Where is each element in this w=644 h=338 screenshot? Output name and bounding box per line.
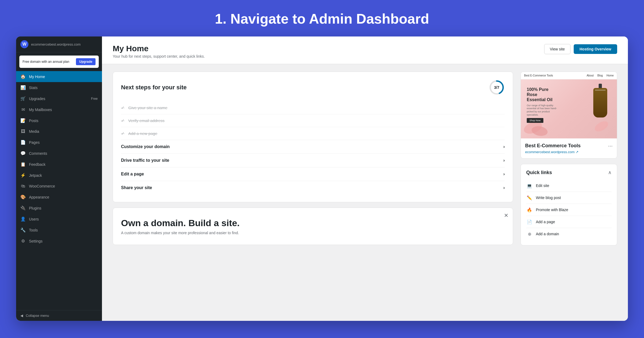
main-left: Next steps for your site 3/7 ✓ G xyxy=(113,72,513,313)
site-preview-card: Best E-Commerce Tools About Blog Home xyxy=(521,72,617,159)
sidebar-nav: 🏠 My Home 📊 Stats 🛒 Upgrades Free ✉ My M… xyxy=(16,71,102,310)
main-body: Next steps for your site 3/7 ✓ G xyxy=(102,64,628,321)
progress-text: 3/7 xyxy=(494,85,499,90)
collapse-label: Collapse menu xyxy=(26,314,49,318)
domain-card-subtitle: A custom domain makes your site more pro… xyxy=(121,231,505,235)
nav-icon-my-home: 🏠 xyxy=(20,74,26,79)
step-customize-domain[interactable]: Customize your domain › xyxy=(121,140,505,154)
nav-label-stats: Stats xyxy=(29,86,38,90)
sidebar-item-pages[interactable]: 📄 Pages xyxy=(16,137,102,148)
quick-link-write-blog[interactable]: ✏️ Write blog post xyxy=(526,192,612,204)
site-url: ecommercebest.wordpress.com xyxy=(31,42,80,46)
main-title: My Home xyxy=(113,44,205,53)
sidebar-item-plugins[interactable]: 🔌 Plugins xyxy=(16,203,102,214)
flame-icon: 🔥 xyxy=(526,207,533,213)
step-edit-page[interactable]: Edit a page › xyxy=(121,167,505,181)
sidebar-item-jetpack[interactable]: ⚡ Jetpack xyxy=(16,170,102,181)
sidebar-item-media[interactable]: 🖼 Media xyxy=(16,126,102,137)
nav-label-my-mailboxes: My Mailboxes xyxy=(29,108,52,112)
chevron-right-icon: › xyxy=(503,158,505,163)
quick-link-add-page-label: Add a page xyxy=(536,220,555,224)
sidebar-item-feedback[interactable]: 📋 Feedback xyxy=(16,159,102,170)
hosting-overview-button[interactable]: Hosting Overview xyxy=(574,44,617,54)
chevron-right-icon: › xyxy=(503,185,505,190)
sidebar-item-tools[interactable]: 🔧 Tools xyxy=(16,225,102,236)
upgrade-button[interactable]: Upgrade xyxy=(76,58,96,65)
quick-links-card: Quick links ∧ 💻 Edit site ✏️ Write blog … xyxy=(521,164,617,245)
steps-card: Next steps for your site 3/7 ✓ G xyxy=(113,72,513,202)
step-share-site[interactable]: Share your site › xyxy=(121,181,505,194)
page-title: 1. Navigate to Admin Dashboard xyxy=(215,11,429,27)
view-site-button[interactable]: View site xyxy=(544,44,570,54)
nav-label-tools: Tools xyxy=(29,228,38,232)
shop-btn[interactable]: Shop Now xyxy=(527,118,543,123)
upgrade-banner: Free domain with an annual plan Upgrade xyxy=(19,56,99,68)
three-dots-menu[interactable]: ··· xyxy=(608,143,613,149)
sidebar-item-stats[interactable]: 📊 Stats xyxy=(16,82,102,93)
sidebar-topbar: W ecommercebest.wordpress.com xyxy=(16,36,102,52)
quick-link-add-domain-label: Add a domain xyxy=(536,232,559,236)
site-card-url[interactable]: ecommercebest.wordpress.com ↗ xyxy=(525,150,613,154)
nav-icon-feedback: 📋 xyxy=(20,162,26,167)
nav-label-jetpack: Jetpack xyxy=(29,173,42,178)
nav-icon-settings: ⚙ xyxy=(20,238,26,244)
nav-icon-woocommerce: 🛍 xyxy=(20,184,26,189)
collapse-menu[interactable]: ◀ Collapse menu xyxy=(16,310,102,321)
quick-links-title: Quick links xyxy=(526,170,552,175)
nav-icon-posts: 📝 xyxy=(20,118,26,123)
nav-label-media: Media xyxy=(29,129,39,134)
nav-icon-comments: 💬 xyxy=(20,151,26,156)
quick-link-add-page[interactable]: 📄 Add a page xyxy=(526,216,612,228)
sidebar-item-posts[interactable]: 📝 Posts xyxy=(16,115,102,126)
nav-icon-tools: 🔧 xyxy=(20,227,26,233)
quick-link-edit-site[interactable]: 💻 Edit site xyxy=(526,180,612,192)
header-buttons: View site Hosting Overview xyxy=(544,44,617,54)
sidebar-item-settings[interactable]: ⚙ Settings xyxy=(16,236,102,247)
steps-title: Next steps for your site xyxy=(121,84,187,91)
sidebar-item-woocommerce[interactable]: 🛍 WooCommerce xyxy=(16,181,102,192)
sidebar-item-users[interactable]: 👤 Users xyxy=(16,214,102,225)
quick-link-add-domain[interactable]: ⊕ Add a domain xyxy=(526,228,612,240)
nav-label-settings: Settings xyxy=(29,239,43,243)
step-add-page-label: Add a new page xyxy=(128,131,157,136)
step-add-page: ✓ Add a new page xyxy=(121,127,505,140)
nav-label-plugins: Plugins xyxy=(29,206,41,210)
quick-links-collapse-icon[interactable]: ∧ xyxy=(608,170,612,175)
chevron-right-icon: › xyxy=(503,144,505,149)
mini-nav-brand: Best E-Commerce Tools xyxy=(524,74,553,77)
nav-icon-plugins: 🔌 xyxy=(20,205,26,211)
sidebar-item-upgrades[interactable]: 🛒 Upgrades Free xyxy=(16,93,102,104)
nav-label-comments: Comments xyxy=(29,151,47,156)
main-content: My Home Your hub for next steps, support… xyxy=(102,36,628,321)
site-preview-mini-nav: Best E-Commerce Tools About Blog Home xyxy=(521,72,617,79)
plus-circle-icon: ⊕ xyxy=(526,231,533,237)
step-drive-traffic[interactable]: Drive traffic to your site › xyxy=(121,154,505,167)
steps-header: Next steps for your site 3/7 xyxy=(121,79,505,95)
sidebar: W ecommercebest.wordpress.com Free domai… xyxy=(16,36,102,321)
nav-label-users: Users xyxy=(29,217,39,221)
nav-label-appearance: Appearance xyxy=(29,195,49,199)
nav-label-woocommerce: WooCommerce xyxy=(29,184,55,188)
nav-icon-users: 👤 xyxy=(20,216,26,222)
product-line2: Rose xyxy=(527,92,559,97)
sidebar-item-my-home[interactable]: 🏠 My Home xyxy=(16,71,102,82)
mini-nav-home: Home xyxy=(606,74,614,77)
quick-link-promote-blaze[interactable]: 🔥 Promote with Blaze xyxy=(526,204,612,216)
step-give-site-name-label: Give your site a name xyxy=(128,105,167,110)
quick-link-edit-site-label: Edit site xyxy=(536,183,549,188)
domain-card: ✕ Own a domain. Build a site. A custom d… xyxy=(113,208,513,245)
laptop-icon: 💻 xyxy=(526,182,533,189)
domain-card-title: Own a domain. Build a site. xyxy=(121,218,505,229)
progress-circle: 3/7 xyxy=(489,79,505,95)
main-right: Best E-Commerce Tools About Blog Home xyxy=(521,72,617,313)
sidebar-item-my-mailboxes[interactable]: ✉ My Mailboxes xyxy=(16,104,102,115)
sidebar-item-comments[interactable]: 💬 Comments xyxy=(16,148,102,159)
domain-card-close[interactable]: ✕ xyxy=(504,212,508,219)
wp-logo: W xyxy=(20,40,28,48)
browser-window: W ecommercebest.wordpress.com Free domai… xyxy=(16,36,628,321)
mini-nav-about: About xyxy=(587,74,594,77)
sidebar-item-appearance[interactable]: 🎨 Appearance xyxy=(16,192,102,203)
nav-label-feedback: Feedback xyxy=(29,162,45,167)
step-edit-page-label: Edit a page xyxy=(121,172,144,177)
site-preview-product-text: 100% Pure Rose Essential Oil Our range o… xyxy=(527,87,559,123)
